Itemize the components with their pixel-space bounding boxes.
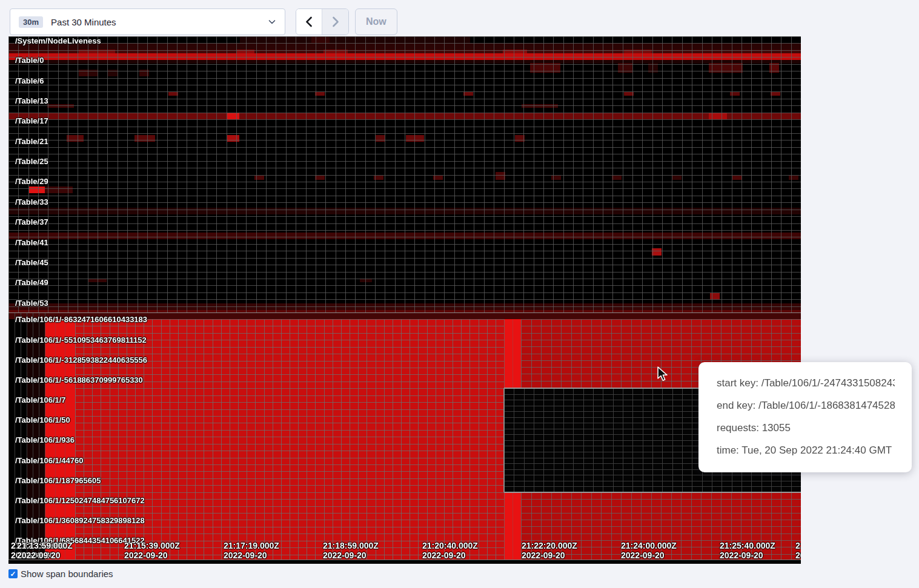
tooltip-time: time: Tue, 20 Sep 2022 21:24:40 GMT — [717, 443, 895, 457]
tooltip-start-key: start key: /Table/106/1/-247433150824388… — [717, 376, 895, 390]
prev-time-button[interactable] — [296, 9, 322, 35]
hover-tooltip: start key: /Table/106/1/-247433150824388… — [698, 362, 912, 472]
heatmap-container: /System/NodeLiveness/Table/0/Table/6/Tab… — [8, 36, 801, 564]
show-span-boundaries-row[interactable]: ✓ Show span boundaries — [8, 569, 113, 579]
show-span-boundaries-checkbox[interactable]: ✓ — [8, 569, 18, 578]
chevron-right-icon — [331, 16, 340, 27]
tooltip-requests: requests: 13055 — [717, 421, 895, 435]
time-range-label: Past 30 Minutes — [51, 17, 268, 27]
time-range-badge: 30m — [19, 16, 43, 28]
now-button[interactable]: Now — [355, 8, 397, 35]
heatmap-canvas[interactable] — [8, 36, 801, 564]
chevron-left-icon — [304, 16, 314, 27]
time-nav-group — [296, 8, 349, 35]
chevron-down-icon — [268, 18, 276, 26]
key-visualizer-page: 30m Past 30 Minutes Now /System/NodeLive… — [0, 0, 919, 588]
next-time-button[interactable] — [322, 9, 348, 35]
tooltip-end-key: end key: /Table/106/1/-18683814745282642… — [717, 398, 895, 412]
time-range-select[interactable]: 30m Past 30 Minutes — [10, 8, 285, 35]
toolbar: 30m Past 30 Minutes Now — [10, 8, 397, 35]
show-span-boundaries-label: Show span boundaries — [21, 569, 113, 579]
check-icon: ✓ — [10, 570, 16, 577]
